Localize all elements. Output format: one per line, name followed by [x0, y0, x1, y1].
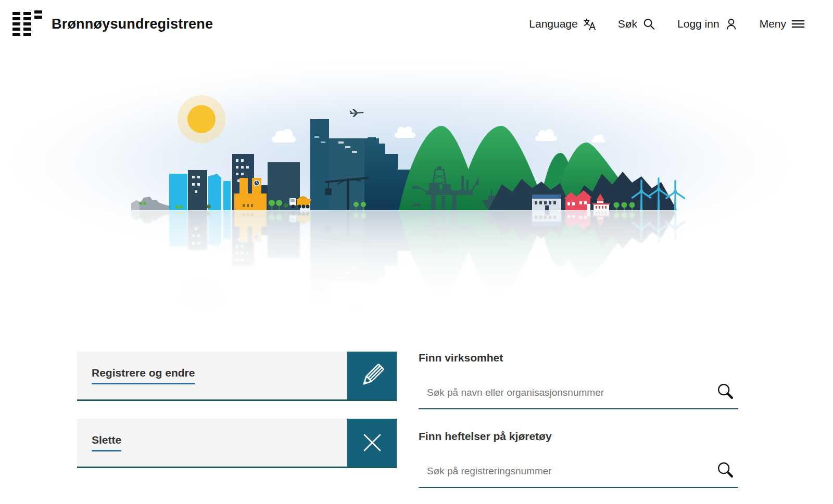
nav-language-label: Language: [529, 18, 577, 30]
nav-login[interactable]: Logg inn: [677, 18, 738, 31]
warehouse: [532, 210, 561, 226]
water-reflection: [0, 210, 833, 314]
cityscape-illustration: [0, 48, 833, 210]
search-column: Finn virksomhet Finn heftelser på kjøret…: [419, 352, 738, 504]
trees-right: [614, 202, 635, 211]
find-business-title: Finn virksomhet: [419, 352, 738, 364]
find-liens-block: Finn heftelser på kjøretøy: [419, 430, 738, 488]
hero-scene: [0, 48, 833, 210]
user-icon: [725, 18, 738, 31]
find-liens-search-row: [419, 455, 738, 488]
register-change-card[interactable]: Registrere og endre: [77, 352, 397, 401]
delete-card[interactable]: Slette: [77, 419, 397, 468]
find-liens-title: Finn heftelser på kjøretøy: [419, 430, 738, 443]
business-search-button[interactable]: [715, 382, 735, 403]
search-icon: [642, 18, 655, 31]
hero-reflection: [0, 210, 833, 314]
find-business-block: Finn virksomhet: [419, 352, 738, 409]
warehouse: [532, 195, 561, 210]
quick-access-section: Registrere og endre Slette: [0, 333, 833, 504]
nav-menu-label: Meny: [760, 18, 786, 30]
business-search-input[interactable]: [426, 386, 715, 399]
top-nav: Language Søk Logg inn: [529, 18, 805, 31]
airplane: [349, 109, 364, 117]
sun: [178, 95, 225, 143]
translate-icon: [583, 18, 596, 31]
sun: [178, 277, 225, 314]
find-business-search-row: [419, 377, 738, 409]
brand[interactable]: Brønnøysundregistrene: [12, 12, 213, 36]
search-icon: [715, 382, 735, 403]
register-change-label: Registrere og endre: [92, 367, 195, 384]
pencil-icon: [347, 352, 397, 399]
trees-right: [614, 210, 635, 218]
action-cards: Registrere og endre Slette: [77, 352, 397, 504]
cityscape-illustration: [0, 210, 833, 314]
menu-icon: [791, 18, 805, 30]
vehicle-search-button[interactable]: [715, 460, 735, 482]
brand-name: Brønnøysundregistrene: [52, 16, 213, 32]
vehicle-search-input[interactable]: [426, 465, 715, 477]
hero-illustration: [0, 48, 833, 333]
nav-search-label: Søk: [618, 18, 637, 30]
delete-label: Slette: [92, 434, 121, 451]
brreg-logo-icon: [12, 12, 42, 36]
search-icon: [715, 460, 735, 482]
nav-search[interactable]: Søk: [618, 18, 655, 31]
nav-menu[interactable]: Meny: [760, 18, 805, 30]
cross-icon: [347, 419, 397, 467]
airplane: [349, 304, 364, 312]
site-header: Brønnøysundregistrene Language Søk: [0, 0, 833, 48]
nav-language[interactable]: Language: [529, 18, 596, 31]
nav-login-label: Logg inn: [677, 18, 720, 30]
